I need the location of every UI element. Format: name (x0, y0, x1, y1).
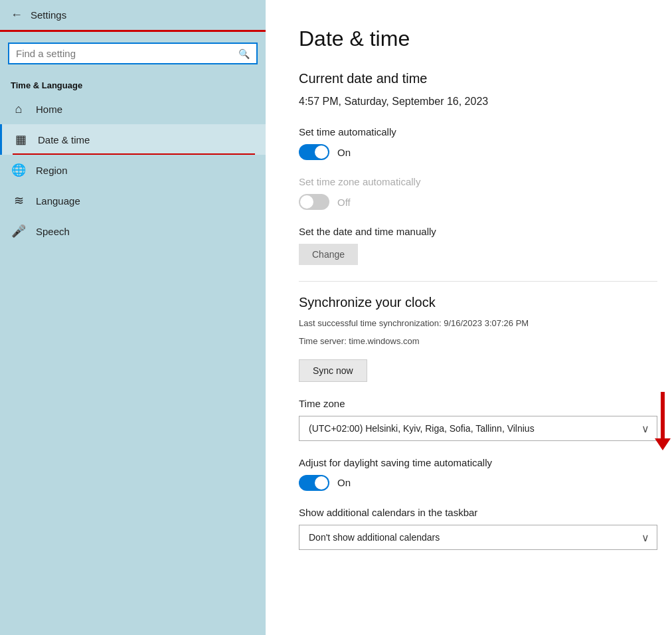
language-icon: ≋ (11, 193, 27, 208)
sync-clock-section: Synchronize your clock Last successful t… (299, 295, 657, 382)
daylight-row: Adjust for daylight saving time automati… (299, 457, 657, 491)
daylight-toggle[interactable] (299, 475, 329, 491)
daylight-thumb (315, 476, 328, 490)
set-time-auto-row: Set time automatically On (299, 126, 657, 160)
additional-calendars-label: Show additional calendars in the taskbar (299, 507, 657, 518)
arrow-annotation (655, 392, 671, 450)
search-box[interactable]: 🔍 (8, 43, 258, 64)
set-time-auto-toggle-row: On (299, 144, 657, 160)
timezone-row: Time zone (UTC+02:00) Helsinki, Kyiv, Ri… (299, 398, 657, 441)
additional-calendars-select-wrapper: Don't show additional calendars ∨ (299, 525, 657, 550)
sidebar-item-label-speech: Speech (36, 226, 70, 237)
additional-calendars-select[interactable]: Don't show additional calendars (299, 525, 657, 550)
sidebar-item-label-datetime: Date & time (38, 134, 90, 145)
timezone-select-wrapper: (UTC+02:00) Helsinki, Kyiv, Riga, Sofia,… (299, 416, 657, 441)
sidebar-item-speech[interactable]: 🎤 Speech (0, 216, 266, 246)
sidebar-item-label-language: Language (36, 195, 80, 207)
sidebar-title: Settings (31, 9, 66, 21)
section-heading-current: Current date and time (299, 71, 657, 86)
set-timezone-auto-toggle[interactable] (299, 194, 329, 210)
divider-sync (299, 281, 657, 282)
arrow-line (661, 392, 665, 438)
main-wrapper: Date & time Current date and time 4:57 P… (266, 0, 672, 635)
speech-icon: 🎤 (11, 224, 27, 238)
main-content: Date & time Current date and time 4:57 P… (266, 0, 672, 592)
daylight-label: Adjust for daylight saving time automati… (299, 457, 657, 468)
sync-heading: Synchronize your clock (299, 295, 657, 310)
set-time-auto-toggle[interactable] (299, 144, 329, 160)
set-manual-row: Set the date and time manually Change (299, 226, 657, 265)
set-timezone-auto-toggle-row: Off (299, 194, 657, 210)
set-timezone-auto-row: Set time zone automatically Off (299, 176, 657, 210)
daylight-toggle-row: On (299, 475, 657, 491)
sidebar-item-date-time[interactable]: ▦ Date & time (0, 124, 266, 155)
sync-now-button[interactable]: Sync now (299, 359, 367, 382)
sidebar: ← Settings 🔍 Time & Language ⌂ Home ▦ Da… (0, 0, 266, 635)
section-label: Time & Language (0, 75, 266, 94)
set-time-auto-label: Set time automatically (299, 126, 657, 137)
set-time-auto-thumb (315, 145, 328, 159)
timezone-label: Time zone (299, 398, 657, 409)
region-icon: 🌐 (11, 163, 27, 177)
back-button[interactable]: ← (11, 8, 23, 22)
set-manual-label: Set the date and time manually (299, 226, 657, 237)
home-icon: ⌂ (11, 102, 27, 116)
additional-calendars-row: Show additional calendars in the taskbar… (299, 507, 657, 550)
arrow-head (655, 438, 671, 450)
sidebar-header: ← Settings (0, 0, 266, 32)
daylight-state: On (337, 477, 351, 488)
page-title: Date & time (299, 27, 657, 51)
search-input[interactable] (16, 48, 233, 59)
set-time-auto-state: On (337, 147, 351, 158)
search-icon: 🔍 (238, 48, 250, 59)
sidebar-item-label-home: Home (36, 104, 62, 115)
sidebar-item-label-region: Region (36, 165, 68, 176)
set-timezone-auto-thumb (300, 195, 313, 209)
current-time: 4:57 PM, Saturday, September 16, 2023 (299, 96, 657, 108)
sidebar-item-home[interactable]: ⌂ Home (0, 94, 266, 124)
set-timezone-auto-label: Set time zone automatically (299, 176, 657, 187)
datetime-icon: ▦ (13, 132, 29, 147)
change-button[interactable]: Change (299, 244, 358, 265)
sync-info-line2: Time server: time.windows.com (299, 335, 657, 349)
timezone-select[interactable]: (UTC+02:00) Helsinki, Kyiv, Riga, Sofia,… (299, 416, 657, 441)
sync-info-line1: Last successful time synchronization: 9/… (299, 317, 657, 331)
sidebar-item-region[interactable]: 🌐 Region (0, 155, 266, 185)
set-timezone-auto-state: Off (337, 197, 351, 208)
sidebar-item-language[interactable]: ≋ Language (0, 185, 266, 216)
